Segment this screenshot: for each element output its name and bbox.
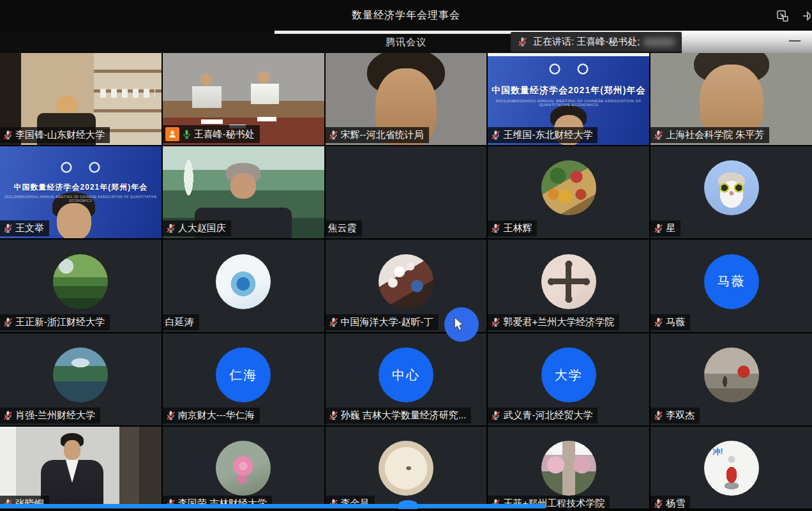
participant-tile[interactable]: 郭爱君+兰州大学经济学院 [488,240,649,332]
scene-figure [59,433,86,462]
pin-icon[interactable] [801,8,812,24]
participant-grid: 李国锋-山东财经大学王喜峰-秘书处宋辉--河北省统计局中国数量经济学会2021年… [0,53,812,511]
participant-tile[interactable]: 中心孙巍 吉林大学数量经济研究... [326,333,487,425]
muted-mic-icon [490,223,501,234]
avatar [704,160,759,215]
scene-figure [548,62,590,76]
participant-name: 肖强-兰州财经大学 [15,409,95,422]
muted-mic-icon [3,223,13,234]
avatar [216,441,271,496]
avatar [379,441,433,496]
participant-name: 人大赵国庆 [178,222,226,234]
muted-mic-icon [328,317,339,328]
participant-name-label: 上海社会科学院 朱平芳 [650,127,769,143]
participant-tile[interactable]: 王林辉 [488,146,649,238]
muted-mic-icon [490,317,501,328]
mouse-cursor [453,317,465,332]
participant-name-label: 肖强-兰州财经大学 [0,408,100,423]
text-avatar: 中心 [379,347,433,402]
participant-name-label: 王维国-东北财经大学 [488,127,598,143]
muted-mic-icon [328,130,339,141]
participant-tile[interactable]: 宋辉--河北省统计局 [326,53,487,145]
participant-name-label: 王文举 [0,220,49,236]
blurred-name-fragment [643,38,676,47]
participant-name: 宋辉--河北省统计局 [341,129,424,141]
window-title-bar: 数量经济学年会理事会 [0,0,812,31]
muted-mic-icon [653,317,664,328]
avatar [379,160,433,215]
speaking-text: 正在讲话: 王喜峰-秘书处; [533,36,640,48]
participant-name-label: 南京财大---华仁海 [163,408,260,423]
avatar [541,254,596,309]
active-mic-icon [181,129,192,140]
muted-mic-icon [165,410,176,421]
participant-tile[interactable]: 王菲+郑州工程技术学院 [488,427,649,511]
speaking-indicator-panel: 正在讲话: 王喜峰-秘书处; [511,32,682,52]
participant-tile[interactable]: 张晓峒 [0,427,162,511]
popout-window-icon[interactable] [775,8,790,24]
avatar [216,254,271,309]
avatar [379,254,433,309]
muted-mic-icon [653,130,664,141]
avatar [704,347,759,402]
participant-name-label: 人大赵国庆 [163,220,231,236]
muted-mic-icon [490,130,501,141]
avatar [541,160,596,215]
participant-tile[interactable]: 焦云霞 [326,146,487,238]
participant-tile[interactable]: 大学武义青-河北经贸大学 [488,333,649,425]
text-avatar: 大学 [541,347,596,402]
participant-tile[interactable]: 中国数量经济学会2021年(郑州)年会2021(ZHENGZHOU) ANNUA… [488,53,649,145]
participant-tile[interactable]: 白延涛 [163,240,324,332]
avatar [541,441,596,496]
muted-mic-icon [653,223,664,234]
participant-name-label: 王林辉 [488,220,537,236]
participant-name-label: 焦云霞 [326,220,362,236]
backdrop-banner-subtitle: 2021(ZHENGZHOU) ANNUAL MEETING OF CHINES… [0,195,162,202]
participant-name: 王文举 [15,222,44,234]
participant-name-label: 孙巍 吉林大学数量经济研究... [326,408,472,423]
participant-tile[interactable]: 人大赵国庆 [163,146,324,238]
participant-tile[interactable]: 仁海南京财大---华仁海 [163,333,324,425]
participant-tile[interactable]: 冲!杨雪 [650,427,812,511]
backdrop-banner-title: 中国数量经济学会2021年(郑州)年会 [488,85,649,96]
participant-tile[interactable]: 王正新-浙江财经大学 [0,240,162,332]
participant-tile[interactable]: 肖强-兰州财经大学 [0,333,162,425]
participant-tile[interactable]: 李国锋-山东财经大学 [0,53,162,145]
participant-name: 上海社会科学院 朱平芳 [666,129,764,141]
participant-tile[interactable]: 李金昌 [326,427,487,511]
participant-name: 马薇 [666,316,685,328]
muted-mic-icon [3,410,13,421]
participant-tile[interactable]: 中国数量经济学会2021年(郑州)年会2021(ZHENGZHOU) ANNUA… [0,146,162,238]
participant-name: 武义青-河北经贸大学 [503,409,592,422]
shared-screen-fragment: — [682,31,812,53]
participant-name: 王林辉 [503,222,532,234]
participant-name-label: 王正新-浙江财经大学 [0,314,110,330]
muted-mic-icon [328,410,339,421]
participant-name: 王正新-浙江财经大学 [15,316,105,328]
avatar [53,347,108,402]
participant-name-label: 白延涛 [163,314,199,330]
participant-tile[interactable]: 马薇马薇 [650,240,812,332]
participant-name: 焦云霞 [328,222,357,234]
participant-name-label: 李国锋-山东财经大学 [0,127,110,143]
participant-tile[interactable]: 星 [650,146,812,238]
muted-mic-icon [490,410,501,421]
muted-mic-icon [3,317,13,328]
meeting-title: 数量经济学年会理事会 [0,9,812,22]
share-border-bump [398,500,417,509]
scene-figure [59,160,102,174]
participant-tile[interactable]: 李双杰 [650,333,812,425]
participant-name: 李双杰 [666,409,695,422]
participant-name: 孙巍 吉林大学数量经济研究... [341,409,467,422]
minimize-icon[interactable]: — [789,37,799,46]
participant-name: 王维国-东北财经大学 [503,129,592,141]
participant-name-label: 星 [650,220,680,236]
participant-name-label: 宋辉--河北省统计局 [326,127,429,143]
participant-name: 李国锋-山东财经大学 [15,129,105,141]
participant-name: 白延涛 [165,316,194,328]
participant-tile[interactable]: 上海社会科学院 朱平芳 [650,53,812,145]
participant-tile[interactable]: 李国荣 吉林财经大学 [163,427,324,511]
scene-figure [41,460,103,511]
participant-tile[interactable]: 王喜峰-秘书处 [163,53,324,145]
share-border-bottom [0,504,545,508]
